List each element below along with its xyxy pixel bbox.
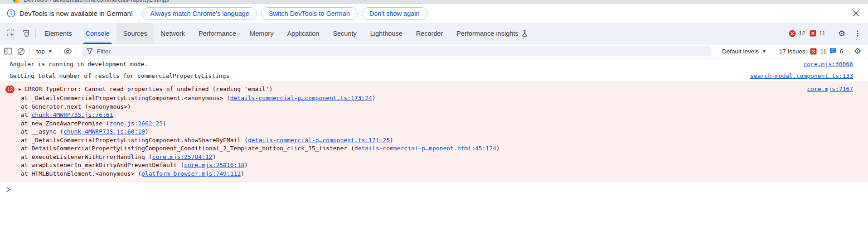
toolbar-divider [77,48,77,55]
toolbar-divider [773,48,773,55]
tab-label: Application [287,30,319,37]
tab-memory[interactable]: Memory [243,23,280,44]
improvement-message-icon [829,48,836,54]
stack-frame-source-link[interactable]: core.mjs:25784:12 [152,153,213,160]
issues-label: 17 Issues: [779,48,807,55]
devtools-window: DevTools - devbizmatch.me/commercialProp… [0,0,868,249]
close-icon[interactable] [851,9,861,19]
console-log-row: Angular is running in development mode. … [0,58,868,70]
info-icon [6,9,15,18]
experiment-flask-icon [522,30,528,37]
stack-frame-source-link[interactable]: chunk-4MWRP73S.js:76:61 [31,111,113,118]
issues-count[interactable]: 11 [810,30,825,37]
tab-lighthouse[interactable]: Lighthouse [364,23,409,44]
tab-network[interactable]: Network [154,23,192,44]
toolbar-divider [59,48,59,55]
stack-frame-source-link[interactable]: zone.js:2662:25 [110,120,163,127]
error-message-text: ERROR TypeError: Cannot read properties … [24,85,796,93]
page-error-icon [810,48,817,55]
stack-trace-line: at new ZoneAwarePromise (zone.js:2662:25… [0,120,868,128]
expand-triangle-icon[interactable]: ▶ [19,85,21,93]
stack-frame-source-link[interactable]: chunk-4MWRP73S.js:60:10 [63,128,145,135]
console-error-count[interactable]: 12 [789,30,805,37]
log-levels-label: Default levels [722,48,759,55]
tab-label: Sources [123,30,147,37]
tab-label: Lighthouse [370,30,402,37]
language-notification-bar: DevTools is now available in German! Alw… [0,4,868,23]
filter-field[interactable] [82,46,712,56]
tab-performance-insights[interactable]: Performance insights [450,23,534,44]
tab-console[interactable]: Console [78,23,116,44]
context-label: top [36,48,45,55]
source-link[interactable]: core.mjs:30066 [803,60,853,68]
stack-trace-line: at HTMLButtonElement.<anonymous> (platfo… [0,170,868,178]
console-toolbar: top ▼ Default levels ▼ 17 Issues: 11 [0,44,868,58]
dont-show-again-button[interactable]: Don't show again [362,7,427,20]
tab-label: Security [333,30,356,37]
source-link[interactable]: search-modal.component.ts:133 [750,72,853,80]
tab-label: Elements [44,30,72,37]
stack-frame-source-link[interactable]: details-commercial-p…component.ts:171:25 [248,137,390,144]
toolbar-divider [849,48,849,55]
chevron-down-icon: ▼ [762,49,766,54]
stack-frame-source-link[interactable]: details-commercial-p…mponent.html:45:124 [354,145,496,152]
tab-application[interactable]: Application [280,23,326,44]
devtools-tabbar: Elements Console Sources Network Perform… [0,23,868,44]
error-count-label: 12 [799,30,805,37]
stack-trace-line: at _DetailsCommercialPropertyListingComp… [0,136,868,145]
console-settings-gear-icon[interactable]: ⚙ [852,46,863,56]
tab-recorder[interactable]: Recorder [409,23,450,44]
browser-titlebar: DevTools - devbizmatch.me/commercialProp… [0,0,868,4]
tab-security[interactable]: Security [326,23,363,44]
log-message-text: Angular is running in development mode. [10,60,792,68]
console-sidebar-toggle-icon[interactable] [2,46,15,57]
settings-gear-icon[interactable]: ⚙ [836,29,848,38]
stack-trace-line: at executeListenerWithErrorHandling (cor… [0,153,868,162]
tab-label: Memory [250,30,273,37]
tab-label: Performance insights [456,30,518,37]
source-link[interactable]: core.mjs:7167 [807,85,853,93]
filter-input[interactable] [97,48,707,55]
page-errors-count: 11 [820,48,826,55]
tab-label: Performance [199,30,236,37]
more-options-icon[interactable]: ⋮ [852,29,863,38]
stack-trace-line: at chunk-4MWRP73S.js:76:61 [0,111,868,120]
stack-trace-line: at DetailsCommercialPropertyListingCompo… [0,144,868,153]
toolbar-divider [29,48,30,55]
stack-frame-source-link[interactable]: core.mjs:25816:18 [184,162,244,168]
always-match-chrome-language-button[interactable]: Always match Chrome's language [142,7,257,20]
console-output: Angular is running in development mode. … [0,58,868,249]
tab-label: Network [161,30,185,37]
tab-elements[interactable]: Elements [38,23,78,44]
stack-frame-source-link[interactable]: details-commercial-p…component.ts:173:24 [230,95,372,101]
issues-summary[interactable]: 17 Issues: 11 6 [776,48,847,55]
funnel-filter-icon [87,48,93,54]
tab-sources[interactable]: Sources [116,23,154,44]
log-message-text: Getting total number of results for comm… [10,72,739,80]
window-title: DevTools - devbizmatch.me/commercialProp… [24,0,169,3]
issue-count-label: 11 [819,30,825,37]
live-expression-eye-icon[interactable] [62,46,74,57]
clear-console-icon[interactable] [15,46,27,57]
stack-trace-line: at wrapListenerIn_markDirtyAndPreventDef… [0,161,868,170]
error-repeat-count-badge: 12 [5,86,15,93]
console-prompt[interactable] [0,182,868,192]
error-header-row: 12 ▶ ERROR TypeError: Cannot read proper… [0,85,868,94]
tab-strip: Elements Console Sources Network Perform… [38,23,534,44]
tab-label: Recorder [416,30,443,37]
console-log-row: Getting total number of results for comm… [0,70,868,82]
switch-devtools-to-german-button[interactable]: Switch DevTools to German [261,7,358,20]
titlebar-content: DevTools - devbizmatch.me/commercialProp… [13,0,169,4]
inspect-element-icon[interactable] [3,23,18,44]
improvements-count: 6 [839,48,843,55]
tab-performance[interactable]: Performance [192,23,243,44]
device-toolbar-icon[interactable] [18,23,34,44]
tabbar-right-group: 12 11 ⚙ ⋮ [789,23,863,44]
stack-frame-source-link[interactable]: platform-browser.mjs:749:112 [141,170,241,177]
javascript-context-selector[interactable]: top ▼ [32,48,57,55]
site-favicon-icon [13,0,19,3]
chevron-down-icon: ▼ [48,49,53,54]
stack-trace-line: at __async (chunk-4MWRP73S.js:60:10) [0,128,868,136]
log-levels-dropdown[interactable]: Default levels ▼ [718,48,771,55]
stack-trace-line: at Generator.next (<anonymous>) [0,103,868,111]
